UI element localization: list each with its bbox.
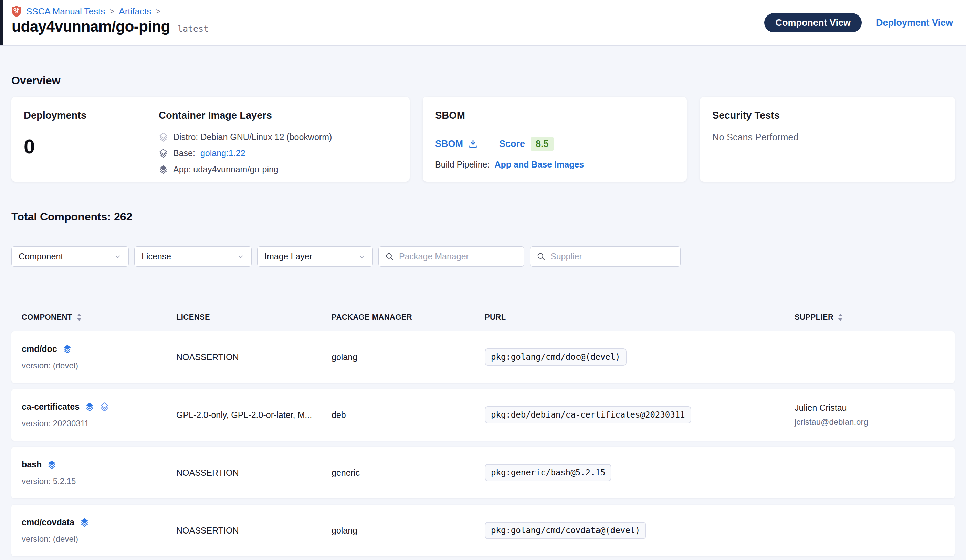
image-layer-filter-label: Image Layer	[264, 251, 312, 262]
license-filter-label: License	[141, 251, 171, 262]
page-title: uday4vunnam/go-ping	[12, 18, 170, 35]
search-icon	[536, 252, 545, 261]
overview-cards: Deployments 0 Container Image Layers Dis…	[12, 97, 955, 182]
component-name: cmd/covdata	[22, 517, 74, 527]
license-cell: NOASSERTION	[176, 352, 332, 362]
component-filter-dropdown[interactable]: Component	[12, 246, 129, 267]
license-cell: GPL-2.0-only, GPL-2.0-or-later, M...	[176, 410, 332, 420]
base-image-link[interactable]: golang:1.22	[200, 148, 245, 158]
purl-chip: pkg:deb/debian/ca-certificates@20230311	[485, 406, 691, 423]
table-header-row: COMPONENT LICENSE PACKAGE MANAGER PURL S…	[12, 309, 955, 326]
app-layer-icon	[159, 165, 168, 174]
deployments-label: Deployments	[24, 110, 159, 121]
app-layer-filled-icon	[47, 460, 56, 469]
app-layer-filled-icon	[62, 344, 72, 354]
license-filter-dropdown[interactable]: License	[134, 246, 251, 267]
base-layer-outline-icon	[100, 402, 109, 411]
distro-layer-row: Distro: Debian GNU/Linux 12 (bookworm)	[159, 132, 397, 142]
security-tests-card: Security Tests No Scans Performed	[700, 97, 955, 182]
package-manager-search-input[interactable]	[399, 251, 518, 262]
breadcrumb-link-artifacts[interactable]: Artifacts	[119, 6, 151, 17]
table-row: ca-certificates version: 20230311 GPL-2.…	[12, 389, 955, 440]
component-version: version: (devel)	[22, 534, 176, 544]
nav-edge-strip	[0, 0, 3, 46]
license-cell: NOASSERTION	[176, 526, 332, 535]
table-row: cmd/covdata version: (devel) NOASSERTION…	[12, 504, 955, 556]
page-header: SSCA Manual Tests > Artifacts > uday4vun…	[0, 0, 966, 46]
component-filter-label: Component	[18, 251, 63, 262]
ssca-shield-icon	[12, 5, 22, 17]
build-pipeline-label: Build Pipeline:	[435, 160, 490, 170]
component-version: version: 20230311	[22, 419, 176, 428]
base-layer-icon	[159, 149, 168, 158]
sbom-card: SBOM SBOM Score 8.5 Build Pipeline: App …	[423, 97, 687, 182]
deployments-count: 0	[24, 135, 159, 158]
sort-icon	[77, 314, 82, 321]
breadcrumb-separator: >	[110, 7, 114, 16]
deployments-layers-card: Deployments 0 Container Image Layers Dis…	[12, 97, 410, 182]
total-components-heading: Total Components: 262	[12, 211, 132, 223]
supplier-cell: Julien Cristau jcristau@debian.org	[795, 403, 955, 427]
breadcrumb-separator: >	[156, 7, 161, 16]
image-layer-filter-dropdown[interactable]: Image Layer	[257, 246, 373, 267]
base-layer-label: Base:	[173, 148, 195, 158]
column-header-package-manager: PACKAGE MANAGER	[332, 313, 485, 322]
breadcrumb: SSCA Manual Tests > Artifacts >	[12, 5, 161, 17]
package-manager-cell: deb	[332, 410, 485, 420]
supplier-email: jcristau@debian.org	[795, 417, 955, 427]
vertical-divider	[488, 135, 489, 153]
component-version: version: (devel)	[22, 361, 176, 370]
supplier-search-input[interactable]	[550, 251, 674, 262]
security-tests-title: Security Tests	[712, 110, 943, 121]
license-cell: NOASSERTION	[176, 468, 332, 478]
overview-heading: Overview	[12, 74, 60, 87]
distro-layer-text: Distro: Debian GNU/Linux 12 (bookworm)	[173, 132, 332, 142]
view-toggle: Component View Deployment View	[764, 13, 953, 32]
chevron-down-icon	[237, 253, 245, 260]
components-table: cmd/doc version: (devel) NOASSERTION gol…	[12, 331, 955, 556]
chevron-down-icon	[114, 253, 122, 260]
build-pipeline-link[interactable]: App and Base Images	[495, 160, 584, 170]
download-icon[interactable]	[468, 139, 478, 149]
app-layer-row: App: uday4vunnam/go-ping	[159, 164, 397, 174]
sbom-score-badge: 8.5	[531, 137, 554, 151]
purl-chip: pkg:golang/cmd/covdata@(devel)	[485, 522, 646, 539]
chevron-down-icon	[358, 253, 366, 260]
supplier-name: Julien Cristau	[795, 403, 955, 413]
package-manager-cell: golang	[332, 526, 485, 535]
package-manager-cell: generic	[332, 468, 485, 478]
distro-layer-icon	[159, 133, 168, 142]
purl-chip: pkg:golang/cmd/doc@(devel)	[485, 349, 626, 366]
component-name: cmd/doc	[22, 344, 57, 354]
app-layer-text: App: uday4vunnam/go-ping	[173, 164, 279, 174]
column-header-supplier[interactable]: SUPPLIER	[795, 313, 955, 322]
breadcrumb-link-ssca-manual-tests[interactable]: SSCA Manual Tests	[26, 6, 105, 17]
sort-icon	[838, 314, 843, 321]
table-row: bash version: 5.2.15 NOASSERTION generic…	[12, 447, 955, 498]
container-image-layers-label: Container Image Layers	[159, 110, 397, 121]
title-row: uday4vunnam/go-ping latest	[12, 18, 209, 35]
filter-bar: Component License Image Layer	[12, 246, 680, 267]
table-row: cmd/doc version: (devel) NOASSERTION gol…	[12, 331, 955, 383]
deployment-view-link[interactable]: Deployment View	[876, 18, 953, 28]
base-layer-row: Base: golang:1.22	[159, 148, 397, 158]
component-version: version: 5.2.15	[22, 476, 176, 486]
sbom-download-link[interactable]: SBOM	[435, 139, 478, 149]
sbom-download-label: SBOM	[435, 139, 463, 149]
search-icon	[385, 252, 394, 261]
component-name: bash	[22, 460, 42, 470]
purl-chip: pkg:generic/bash@5.2.15	[485, 464, 611, 481]
sbom-score-link[interactable]: Score	[499, 139, 525, 149]
security-tests-status: No Scans Performed	[712, 132, 943, 143]
column-header-purl: PURL	[485, 313, 795, 322]
package-manager-cell: golang	[332, 352, 485, 362]
app-layer-filled-icon	[80, 518, 89, 527]
component-name: ca-certificates	[22, 402, 79, 412]
supplier-header-label: SUPPLIER	[795, 313, 833, 322]
component-header-label: COMPONENT	[22, 313, 72, 322]
sbom-card-title: SBOM	[435, 110, 674, 121]
column-header-component[interactable]: COMPONENT	[22, 313, 176, 322]
column-header-license: LICENSE	[176, 313, 332, 322]
component-view-button[interactable]: Component View	[764, 13, 862, 32]
artifact-tag: latest	[177, 24, 209, 34]
